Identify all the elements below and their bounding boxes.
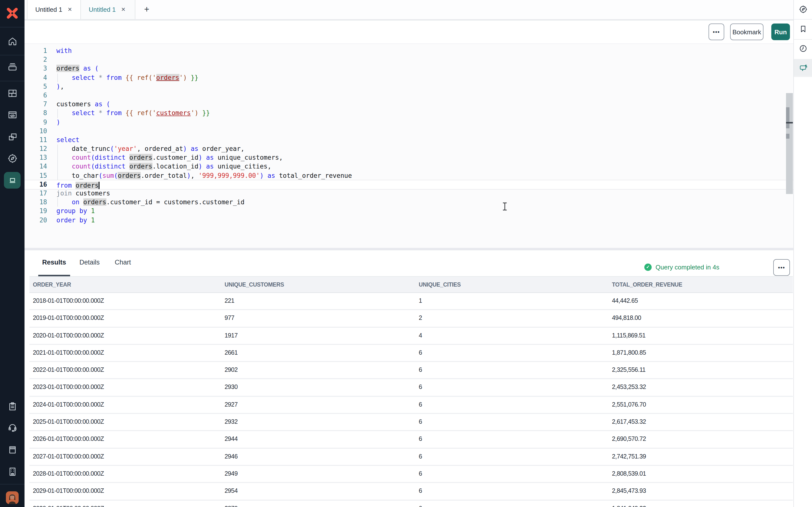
table-cell[interactable]: 977 [224, 310, 235, 327]
table-cell[interactable]: 1,871,800.85 [612, 345, 646, 361]
code-line-3[interactable]: 3orders as ( [24, 64, 793, 73]
scrollbar-thumb[interactable] [786, 107, 790, 128]
right-sidebar-item-bookmark-icon[interactable] [794, 20, 812, 37]
code-line-2[interactable]: 2 [24, 55, 793, 64]
code-line-12[interactable]: 12 date_trunc('year', ordered_at) as ord… [24, 145, 793, 153]
more-options-button[interactable]: ••• [709, 23, 724, 40]
code-line-17[interactable]: 17join customers [24, 189, 793, 198]
sidebar-item-headset-icon[interactable] [4, 419, 20, 436]
table-cell[interactable]: 2,551,076.70 [612, 397, 646, 413]
close-icon[interactable]: ✕ [120, 6, 126, 13]
table-cell[interactable]: 6 [419, 397, 422, 413]
code-line-1[interactable]: 1with [24, 47, 793, 55]
hex-logo-icon[interactable] [6, 7, 19, 19]
table-cell[interactable]: 6 [419, 448, 422, 465]
table-row[interactable]: 2021-01-01T00:00:00.000Z266161,871,800.8… [30, 345, 793, 362]
table-cell[interactable]: 2026-01-01T00:00:00.000Z [33, 431, 104, 448]
right-sidebar-item-clock-icon[interactable] [794, 40, 812, 57]
table-cell[interactable]: 2879 [224, 500, 238, 507]
code-line-13[interactable]: 13 count(distinct orders.customer_id) as… [24, 154, 793, 162]
table-cell[interactable]: 2,808,539.01 [612, 466, 646, 482]
table-cell[interactable]: 2023-01-01T00:00:00.000Z [33, 379, 104, 396]
table-cell[interactable]: 6 [419, 379, 422, 396]
code-line-8[interactable]: 8 select * from {{ ref('customers') }} [24, 109, 793, 118]
tab-untitled-2[interactable]: Untitled 1 ✕ [81, 0, 135, 19]
sidebar-item-home-icon[interactable] [4, 33, 20, 50]
table-cell[interactable]: 1 [419, 293, 422, 309]
tab-untitled-1[interactable]: Untitled 1 ✕ [27, 0, 81, 19]
table-cell[interactable]: 6 [419, 500, 422, 507]
code-line-18[interactable]: 18 on orders.customer_id = customers.cus… [24, 198, 793, 207]
sidebar-item-building-icon[interactable] [4, 463, 20, 480]
sidebar-item-compass-icon[interactable] [4, 150, 20, 167]
column-header-order_year[interactable]: ORDER_YEAR [33, 277, 71, 292]
user-avatar[interactable] [6, 491, 19, 504]
column-header-unique_customers[interactable]: UNIQUE_CUSTOMERS [224, 277, 284, 292]
table-row[interactable]: 2026-01-01T00:00:00.000Z294462,690,570.7… [30, 431, 793, 449]
table-cell[interactable]: 2024-01-01T00:00:00.000Z [33, 397, 104, 413]
table-cell[interactable]: 2954 [224, 483, 238, 500]
code-line-11[interactable]: 11select [24, 136, 793, 145]
tab-details[interactable]: Details [75, 250, 104, 275]
code-line-4[interactable]: 4 select * from {{ ref('orders') }} [24, 73, 793, 82]
table-cell[interactable]: 6 [419, 414, 422, 430]
code-line-9[interactable]: 9) [24, 118, 793, 127]
table-cell[interactable]: 44,442.65 [612, 293, 638, 309]
code-line-19[interactable]: 19group by 1 [24, 207, 793, 216]
column-header-unique_cities[interactable]: UNIQUE_CITIES [419, 277, 461, 292]
table-row[interactable]: 2029-01-01T00:00:00.000Z295462,845,473.9… [30, 483, 793, 501]
table-row[interactable]: 2020-01-01T00:00:00.000Z191741,115,869.5… [30, 328, 793, 345]
table-cell[interactable]: 2949 [224, 466, 238, 482]
run-button[interactable]: Run [771, 23, 790, 40]
table-cell[interactable]: 2,325,556.11 [612, 362, 646, 379]
table-cell[interactable]: 6 [419, 431, 422, 448]
table-cell[interactable]: 1,115,869.51 [612, 328, 646, 344]
table-row[interactable]: 2022-01-01T00:00:00.000Z290262,325,556.1… [30, 362, 793, 379]
code-line-16[interactable]: 16from orders [24, 180, 793, 189]
code-line-7[interactable]: 7customers as ( [24, 100, 793, 109]
right-sidebar-item-compass-icon[interactable] [794, 1, 812, 18]
table-cell[interactable]: 2661 [224, 345, 238, 361]
code-line-5[interactable]: 5), [24, 82, 793, 91]
results-more-button[interactable]: ••• [773, 259, 790, 276]
table-cell[interactable]: 2022-01-01T00:00:00.000Z [33, 362, 104, 379]
table-cell[interactable]: 2,845,473.93 [612, 483, 646, 500]
sidebar-item-data-drawer-icon[interactable] [4, 58, 20, 75]
right-sidebar-item-ai-chat-sparkle-icon[interactable] [794, 59, 812, 76]
tab-chart[interactable]: Chart [111, 250, 135, 275]
table-row[interactable]: 2018-01-01T00:00:00.000Z221144,442.65 [30, 293, 793, 310]
table-cell[interactable]: 2021-01-01T00:00:00.000Z [33, 345, 104, 361]
table-row[interactable]: 2030-01-01T00:00:00.000Z287961,841,049.3… [30, 500, 793, 507]
table-cell[interactable]: 2932 [224, 414, 238, 430]
bookmark-button[interactable]: Bookmark [730, 23, 763, 40]
table-cell[interactable]: 1,841,049.32 [612, 500, 646, 507]
table-cell[interactable]: 4 [419, 328, 422, 344]
table-cell[interactable]: 2029-01-01T00:00:00.000Z [33, 483, 104, 500]
table-row[interactable]: 2028-01-01T00:00:00.000Z294962,808,539.0… [30, 466, 793, 483]
table-cell[interactable]: 221 [224, 293, 235, 309]
table-cell[interactable]: 2,453,253.32 [612, 379, 646, 396]
panel-resize-divider[interactable] [24, 248, 793, 250]
table-cell[interactable]: 2944 [224, 431, 238, 448]
table-cell[interactable]: 2 [419, 310, 422, 327]
editor-scrollbar[interactable] [786, 93, 793, 194]
table-cell[interactable]: 2018-01-01T00:00:00.000Z [33, 293, 104, 309]
close-icon[interactable]: ✕ [67, 6, 73, 13]
code-line-20[interactable]: 20order by 1 [24, 216, 793, 225]
table-cell[interactable]: 2946 [224, 448, 238, 465]
table-cell[interactable]: 2,742,751.39 [612, 448, 646, 465]
table-cell[interactable]: 494,818.00 [612, 310, 641, 327]
table-cell[interactable]: 2019-01-01T00:00:00.000Z [33, 310, 104, 327]
table-row[interactable]: 2027-01-01T00:00:00.000Z294662,742,751.3… [30, 448, 793, 466]
sidebar-item-book-icon[interactable] [4, 441, 20, 457]
table-row[interactable]: 2025-01-01T00:00:00.000Z293262,617,453.3… [30, 414, 793, 431]
table-cell[interactable]: 2,690,570.72 [612, 431, 646, 448]
table-cell[interactable]: 2020-01-01T00:00:00.000Z [33, 328, 104, 344]
table-cell[interactable]: 2930 [224, 379, 238, 396]
table-cell[interactable]: 2902 [224, 362, 238, 379]
code-line-10[interactable]: 10 [24, 127, 793, 135]
sidebar-item-laptop-icon[interactable] [4, 172, 20, 188]
sidebar-item-dashboard-grid-icon[interactable] [4, 85, 20, 101]
table-row[interactable]: 2019-01-01T00:00:00.000Z9772494,818.00 [30, 310, 793, 328]
column-header-total_order_revenue[interactable]: TOTAL_ORDER_REVENUE [612, 277, 682, 292]
